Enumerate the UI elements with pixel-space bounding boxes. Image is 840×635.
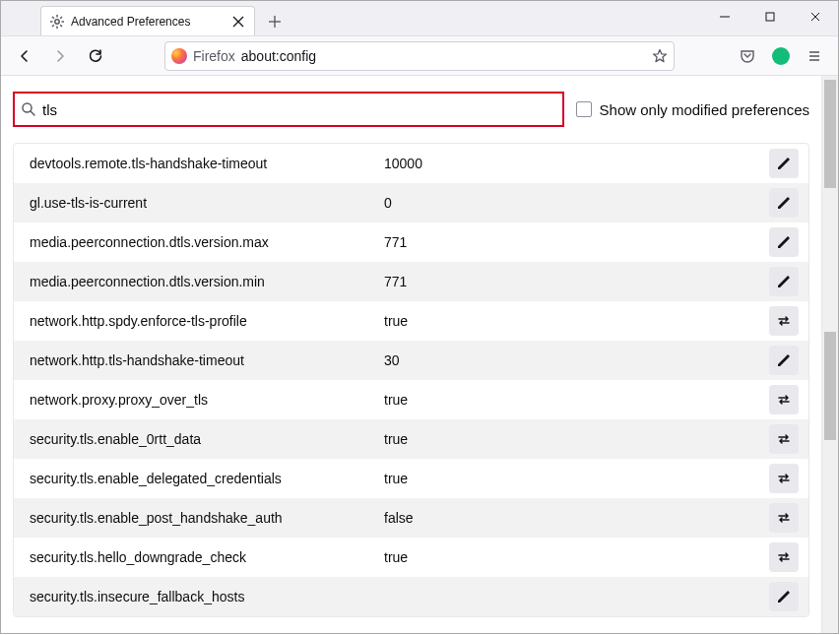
pref-toggle-button[interactable] xyxy=(769,424,799,454)
toggle-icon xyxy=(776,431,792,447)
vertical-scrollbar[interactable] xyxy=(821,76,838,633)
checkbox-icon xyxy=(576,101,592,117)
page-content: Show only modified preferences devtools.… xyxy=(1,76,821,633)
tabstrip: Advanced Preferences xyxy=(1,1,289,35)
back-button[interactable] xyxy=(9,40,40,72)
new-tab-button[interactable] xyxy=(261,8,289,35)
pencil-icon xyxy=(776,352,792,368)
scroll-thumb[interactable] xyxy=(824,80,836,188)
pencil-icon xyxy=(776,234,792,250)
pref-name[interactable]: media.peerconnection.dtls.version.min xyxy=(30,274,372,289)
pref-toggle-button[interactable] xyxy=(769,464,799,493)
toggle-icon xyxy=(776,392,792,408)
pocket-button[interactable] xyxy=(732,40,763,72)
pref-edit-button[interactable] xyxy=(769,267,799,296)
bookmark-star-icon[interactable] xyxy=(652,48,668,64)
tab-title: Advanced Preferences xyxy=(71,15,225,29)
pencil-icon xyxy=(776,195,792,211)
pref-value[interactable]: true xyxy=(384,313,757,329)
search-row: Show only modified preferences xyxy=(13,92,809,127)
extension-grammarly-icon[interactable] xyxy=(765,40,797,72)
pref-toggle-button[interactable] xyxy=(769,306,799,336)
browser-window: Advanced Preferences Firefox about:confi… xyxy=(0,0,839,634)
pencil-icon xyxy=(776,156,792,171)
pref-toggle-button[interactable] xyxy=(769,503,799,533)
pref-search-box xyxy=(13,92,564,127)
pref-value[interactable]: 10000 xyxy=(384,156,757,171)
scroll-thumb[interactable] xyxy=(824,332,836,440)
titlebar: Advanced Preferences xyxy=(1,1,838,36)
url-address: about:config xyxy=(241,48,646,64)
window-maximize-button[interactable] xyxy=(747,1,793,32)
pref-value[interactable]: true xyxy=(384,549,757,565)
pref-row: devtools.remote.tls-handshake-timeout100… xyxy=(14,144,808,183)
pencil-icon xyxy=(776,274,792,289)
pref-name[interactable]: security.tls.enable_delegated_credential… xyxy=(30,471,372,486)
pref-name[interactable]: gl.use-tls-is-current xyxy=(30,195,372,211)
pref-row: network.proxy.proxy_over_tlstrue xyxy=(14,380,808,419)
pref-value[interactable]: 771 xyxy=(384,274,757,289)
show-modified-label: Show only modified preferences xyxy=(600,101,809,118)
pref-toggle-button[interactable] xyxy=(769,385,799,414)
pref-row: security.tls.enable_post_handshake_authf… xyxy=(14,498,808,538)
window-close-button[interactable] xyxy=(793,1,838,32)
pref-value[interactable]: false xyxy=(384,510,757,526)
gear-icon xyxy=(49,14,65,30)
pref-search-input[interactable] xyxy=(40,100,558,119)
browser-tab[interactable]: Advanced Preferences xyxy=(40,6,255,35)
pref-edit-button[interactable] xyxy=(769,227,799,257)
pref-row: security.tls.enable_0rtt_datatrue xyxy=(14,419,808,459)
app-menu-button[interactable] xyxy=(799,40,830,72)
pref-value[interactable]: 30 xyxy=(384,352,757,368)
pref-row: security.tls.hello_downgrade_checktrue xyxy=(14,538,808,577)
pref-value[interactable]: true xyxy=(384,431,757,447)
pref-name[interactable]: security.tls.enable_0rtt_data xyxy=(30,431,372,447)
pref-name[interactable]: security.tls.insecure_fallback_hosts xyxy=(30,589,372,604)
pref-name[interactable]: devtools.remote.tls-handshake-timeout xyxy=(30,156,372,171)
content-frame: Show only modified preferences devtools.… xyxy=(1,76,838,633)
pencil-icon xyxy=(776,589,792,604)
nav-toolbar: Firefox about:config xyxy=(1,36,838,76)
firefox-icon xyxy=(171,48,187,64)
pref-row: gl.use-tls-is-current0 xyxy=(14,183,808,222)
toggle-icon xyxy=(776,510,792,526)
show-modified-checkbox[interactable]: Show only modified preferences xyxy=(576,101,809,118)
pref-name[interactable]: network.http.spdy.enforce-tls-profile xyxy=(30,313,372,329)
close-tab-icon[interactable] xyxy=(230,14,246,30)
window-minimize-button[interactable] xyxy=(702,1,747,32)
pref-edit-button[interactable] xyxy=(769,582,799,611)
pref-toggle-button[interactable] xyxy=(769,542,799,572)
pref-edit-button[interactable] xyxy=(769,149,799,178)
toggle-icon xyxy=(776,549,792,565)
prefs-table: devtools.remote.tls-handshake-timeout100… xyxy=(13,143,809,617)
window-controls xyxy=(702,1,838,32)
pref-row: media.peerconnection.dtls.version.max771 xyxy=(14,222,808,262)
pref-value[interactable]: true xyxy=(384,471,757,486)
pref-row: security.tls.enable_delegated_credential… xyxy=(14,459,808,498)
pref-name[interactable]: security.tls.hello_downgrade_check xyxy=(30,549,372,565)
pref-edit-button[interactable] xyxy=(769,346,799,375)
toggle-icon xyxy=(776,471,792,486)
pref-row: media.peerconnection.dtls.version.min771 xyxy=(14,262,808,301)
pref-row: network.http.tls-handshake-timeout30 xyxy=(14,341,808,380)
url-protocol-label: Firefox xyxy=(193,48,235,64)
pref-name[interactable]: media.peerconnection.dtls.version.max xyxy=(30,234,372,250)
pref-value[interactable]: true xyxy=(384,392,757,408)
forward-button[interactable] xyxy=(44,40,76,72)
pref-edit-button[interactable] xyxy=(769,188,799,218)
pref-row: security.tls.insecure_fallback_hosts xyxy=(14,577,808,616)
pref-value[interactable]: 0 xyxy=(384,195,757,211)
search-icon xyxy=(21,101,36,117)
reload-button[interactable] xyxy=(80,40,111,72)
pref-row: network.http.spdy.enforce-tls-profiletru… xyxy=(14,301,808,341)
pref-value[interactable]: 771 xyxy=(384,234,757,250)
pref-name[interactable]: network.http.tls-handshake-timeout xyxy=(30,352,372,368)
pref-name[interactable]: network.proxy.proxy_over_tls xyxy=(30,392,372,408)
pref-name[interactable]: security.tls.enable_post_handshake_auth xyxy=(30,510,372,526)
url-bar[interactable]: Firefox about:config xyxy=(164,41,675,71)
toggle-icon xyxy=(776,313,792,329)
